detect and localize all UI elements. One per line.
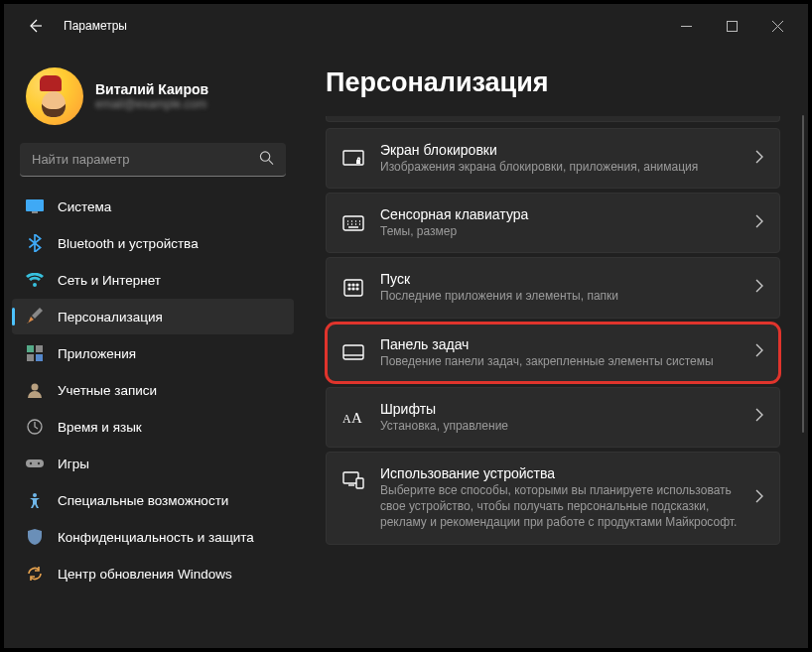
window-title: Параметры	[64, 19, 127, 33]
keyboard-icon	[342, 212, 364, 234]
card-fonts[interactable]: AA Шрифты Установка, управление	[326, 387, 780, 448]
svg-point-8	[32, 384, 39, 391]
nav-label: Учетные записи	[58, 383, 157, 398]
svg-rect-24	[343, 345, 363, 359]
sidebar: Виталий Каиров email@example.com Система	[4, 48, 302, 648]
person-icon	[26, 381, 44, 399]
card-sub: Изображения экрана блокировки, приложени…	[380, 159, 740, 175]
profile-email: email@example.com	[95, 97, 208, 111]
card-touch-keyboard[interactable]: Сенсорная клавиатура Темы, размер	[326, 193, 780, 253]
window-controls	[663, 10, 800, 42]
svg-rect-2	[26, 199, 44, 211]
card-cutoff	[326, 116, 780, 122]
card-title: Панель задач	[380, 336, 740, 352]
nav-privacy[interactable]: Конфиденциальность и защита	[12, 519, 294, 555]
profile-name: Виталий Каиров	[95, 81, 208, 97]
card-title: Шрифты	[380, 401, 740, 417]
card-start[interactable]: Пуск Последние приложения и элементы, па…	[326, 257, 780, 318]
device-usage-icon	[342, 469, 364, 491]
search-input[interactable]	[20, 143, 286, 177]
chevron-right-icon	[755, 150, 763, 168]
card-sub: Установка, управление	[380, 418, 740, 434]
nav-label: Игры	[58, 456, 89, 471]
update-icon	[26, 565, 44, 583]
svg-point-1	[260, 152, 269, 161]
nav-system[interactable]: Система	[12, 189, 294, 224]
nav-windows-update[interactable]: Центр обновления Windows	[12, 556, 294, 591]
chevron-right-icon	[755, 343, 763, 361]
gamepad-icon	[26, 455, 44, 472]
nav-label: Время и язык	[58, 420, 142, 435]
svg-rect-10	[26, 459, 44, 467]
settings-window: Параметры Виталий Каиров email@example.c…	[0, 0, 812, 652]
svg-rect-7	[36, 354, 43, 361]
scrollbar[interactable]	[802, 115, 804, 433]
nav-bluetooth[interactable]: Bluetooth и устройства	[12, 225, 294, 261]
avatar	[26, 67, 83, 125]
svg-point-18	[348, 284, 350, 286]
lockscreen-icon	[342, 148, 364, 170]
svg-rect-16	[343, 216, 363, 230]
taskbar-icon	[342, 341, 364, 363]
card-sub: Поведение панели задач, закрепленные эле…	[380, 353, 740, 369]
minimize-button[interactable]	[663, 10, 709, 42]
svg-rect-5	[36, 345, 43, 352]
back-button[interactable]	[26, 17, 44, 35]
nav-apps[interactable]: Приложения	[12, 335, 294, 371]
card-lockscreen[interactable]: Экран блокировки Изображения экрана блок…	[326, 128, 780, 189]
nav-label: Конфиденциальность и защита	[58, 530, 254, 545]
card-title: Использование устройства	[380, 465, 740, 481]
svg-rect-4	[27, 345, 34, 352]
card-title: Сенсорная клавиатура	[380, 206, 740, 222]
svg-point-22	[352, 288, 354, 290]
nav-network[interactable]: Сеть и Интернет	[12, 262, 294, 298]
accessibility-icon	[26, 491, 44, 509]
start-icon	[342, 277, 364, 299]
nav-label: Персонализация	[58, 310, 163, 325]
maximize-button[interactable]	[709, 10, 754, 42]
main-content: Персонализация Экран блокировки Изображе…	[302, 48, 808, 648]
card-title: Экран блокировки	[380, 142, 740, 158]
apps-icon	[26, 344, 44, 362]
svg-rect-3	[32, 211, 38, 213]
chevron-right-icon	[755, 279, 763, 297]
svg-point-20	[356, 284, 358, 286]
profile[interactable]: Виталий Каиров email@example.com	[4, 56, 302, 143]
close-button[interactable]	[754, 10, 800, 42]
monitor-icon	[26, 197, 44, 215]
card-sub: Выберите все способы, которыми вы планир…	[380, 482, 740, 531]
chevron-right-icon	[755, 489, 763, 507]
svg-point-12	[38, 462, 40, 464]
card-sub: Последние приложения и элементы, папки	[380, 288, 740, 304]
svg-rect-0	[727, 21, 737, 31]
search-icon	[259, 151, 274, 170]
svg-point-11	[30, 462, 32, 464]
svg-point-19	[352, 284, 354, 286]
wifi-icon	[26, 271, 44, 289]
nav-personalization[interactable]: Персонализация	[12, 299, 294, 334]
nav-accessibility[interactable]: Специальные возможности	[12, 482, 294, 518]
card-device-usage[interactable]: Использование устройства Выберите все сп…	[326, 452, 780, 545]
svg-rect-6	[27, 354, 34, 361]
nav-label: Bluetooth и устройства	[58, 236, 199, 251]
page-title: Персонализация	[326, 67, 794, 98]
svg-text:A: A	[342, 412, 351, 426]
card-taskbar[interactable]: Панель задач Поведение панели задач, зак…	[326, 323, 780, 383]
svg-rect-15	[356, 160, 360, 164]
titlebar: Параметры	[4, 4, 808, 48]
settings-cards: Экран блокировки Изображения экрана блок…	[326, 116, 794, 545]
nav: Система Bluetooth и устройства Сеть и Ин…	[4, 189, 302, 591]
nav-gaming[interactable]: Игры	[12, 446, 294, 481]
nav-accounts[interactable]: Учетные записи	[12, 372, 294, 408]
card-sub: Темы, размер	[380, 223, 740, 239]
svg-rect-28	[356, 478, 363, 488]
nav-time-language[interactable]: Время и язык	[12, 409, 294, 445]
chevron-right-icon	[755, 214, 763, 232]
nav-label: Специальные возможности	[58, 493, 228, 508]
card-title: Пуск	[380, 271, 740, 287]
nav-label: Центр обновления Windows	[58, 567, 232, 582]
shield-icon	[26, 528, 44, 546]
svg-point-23	[356, 288, 358, 290]
nav-label: Система	[58, 199, 111, 214]
chevron-right-icon	[755, 408, 763, 426]
